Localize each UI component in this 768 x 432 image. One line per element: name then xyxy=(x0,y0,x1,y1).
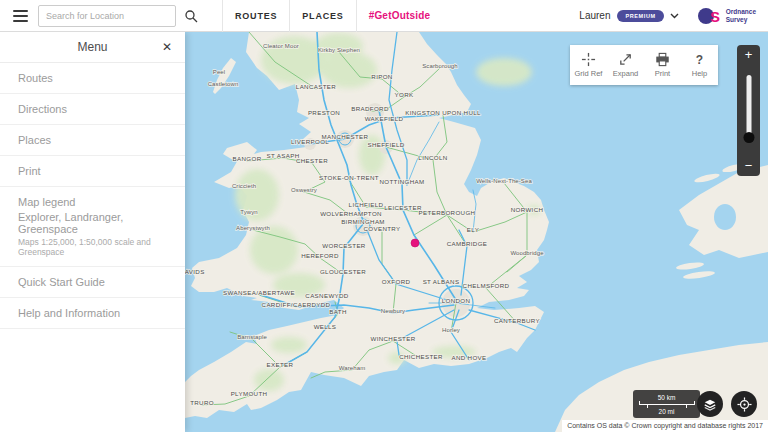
nav-routes[interactable]: ROUTES xyxy=(223,0,289,32)
map-place-label: Peel xyxy=(213,69,225,75)
map-place-label: Criccieth xyxy=(232,183,256,189)
map-place-label: OXFORD xyxy=(382,278,411,285)
premium-badge[interactable]: PREMIUM xyxy=(617,10,663,22)
map-place-label: Tywyn xyxy=(240,209,258,215)
top-bar: ROUTES PLACES #GetOutside Lauren PREMIUM… xyxy=(0,0,768,32)
chevron-down-icon[interactable] xyxy=(670,13,679,19)
map-place-label: WINCHESTER xyxy=(370,335,415,342)
sidebar-item-help-and-information[interactable]: Help and Information xyxy=(0,298,185,329)
ordnance-survey-logo[interactable]: S Ordnance Survey xyxy=(697,6,756,26)
map-place-label: BATH xyxy=(329,308,346,315)
map-place-label: PETERBOROUGH xyxy=(419,209,476,216)
map-place-label: Barnstaple xyxy=(237,334,267,340)
map-place-label: CHELMSFORD xyxy=(463,282,510,289)
locate-button[interactable] xyxy=(731,391,757,417)
map-place-label: KINGSTON UPON HULL xyxy=(405,109,481,116)
map-place-label: YORK xyxy=(395,91,414,98)
map-place-label: LANCASTER xyxy=(296,83,336,90)
map-place-label: LINCOLN xyxy=(418,154,447,161)
search-icon[interactable] xyxy=(182,7,200,25)
expand-icon xyxy=(618,52,633,67)
map-place-label: TRURO xyxy=(190,399,214,406)
map-place-label: Scarborough xyxy=(422,63,457,69)
scale-km-label: 50 km xyxy=(658,394,676,401)
scale-indicator: 50 km 20 mi xyxy=(633,390,700,418)
map-place-label: EXETER xyxy=(267,361,294,368)
sidebar-item-print[interactable]: Print xyxy=(0,156,185,187)
map-place-label: LEICESTER xyxy=(384,204,422,211)
map-place-label: WORCESTER xyxy=(322,242,366,249)
print-icon xyxy=(655,52,670,67)
user-name[interactable]: Lauren xyxy=(579,10,610,21)
close-icon[interactable]: ✕ xyxy=(162,32,172,62)
svg-text:S: S xyxy=(710,7,720,24)
map-place-label: AND HOVE xyxy=(451,354,486,361)
map-place-label: Newbury xyxy=(381,308,405,314)
help-icon: ? xyxy=(696,53,703,67)
sidebar-item-quick-start-guide[interactable]: Quick Start Guide xyxy=(0,267,185,298)
hamburger-menu-icon[interactable] xyxy=(13,7,28,25)
account-area: Lauren PREMIUM S Ordnance Survey xyxy=(579,6,768,26)
map-place-label: RIPON xyxy=(371,73,392,80)
map-place-label: CAMBRIDGE xyxy=(447,240,488,247)
map-place-label: CHICHESTER xyxy=(399,353,443,360)
locate-icon xyxy=(737,397,752,412)
location-marker[interactable] xyxy=(411,239,419,247)
zoom-slider-handle[interactable] xyxy=(743,132,754,143)
map-place-label: CANTERBURY xyxy=(494,317,540,324)
map-place-label: BIRMINGHAM xyxy=(341,218,385,225)
map-place-label: Wells-Next-The-Sea xyxy=(476,178,532,184)
map-place-label: PRESTON xyxy=(308,109,340,116)
map-place-label: HEREFORD xyxy=(301,252,339,259)
help-button[interactable]: ? Help xyxy=(681,45,718,85)
map-place-label: Wareham xyxy=(339,365,365,371)
map-place-label: ST DAVIDS xyxy=(185,268,205,275)
print-button[interactable]: Print xyxy=(644,45,681,85)
map-place-label: Oswestry xyxy=(291,187,317,193)
map-canvas[interactable]: Cleator MoorKirkby StephenScarboroughPee… xyxy=(185,32,768,432)
map-place-label: SWANSEA/ABERTAWE xyxy=(223,289,295,296)
map-attribution: Contains OS data © Crown copyright and d… xyxy=(562,420,768,432)
layers-button[interactable] xyxy=(697,391,723,417)
zoom-slider[interactable]: + − xyxy=(737,45,760,176)
zoom-in-button[interactable]: + xyxy=(737,47,760,62)
map-place-label: COVENTRY xyxy=(363,225,400,232)
map-place-label: LICHFIELD xyxy=(349,201,384,208)
map-place-label: LONDON xyxy=(442,297,471,304)
sidebar-menu: Menu ✕ Routes Directions Places Print Ma… xyxy=(0,32,185,432)
nav-places[interactable]: PLACES xyxy=(290,0,355,32)
map-place-label: CHESTER xyxy=(296,157,328,164)
sidebar-header: Menu ✕ xyxy=(0,32,185,63)
grid-ref-button[interactable]: Grid Ref xyxy=(570,45,607,85)
map-place-label: PLYMOUTH xyxy=(231,390,268,397)
map-place-label: ELY xyxy=(467,226,479,233)
sidebar-item-places[interactable]: Places xyxy=(0,125,185,156)
menu-title: Menu xyxy=(0,32,185,62)
map-place-label: SHEFFIELD xyxy=(367,141,404,148)
os-maps-app: ROUTES PLACES #GetOutside Lauren PREMIUM… xyxy=(0,0,768,432)
map-image: Cleator MoorKirkby StephenScarboroughPee… xyxy=(185,32,768,432)
map-place-label: LIVERPOOL xyxy=(291,138,329,145)
map-place-label: NOTTINGHAM xyxy=(379,178,424,185)
map-place-label: GLOUCESTER xyxy=(320,268,366,275)
os-logo-mark: S xyxy=(697,6,723,26)
map-place-label: WELLS xyxy=(314,323,337,330)
map-place-label: Kirkby Stephen xyxy=(318,47,360,53)
map-place-label: Cleator Moor xyxy=(263,43,299,49)
zoom-out-button[interactable]: − xyxy=(737,158,760,173)
map-place-label: Horley xyxy=(442,327,460,333)
grid-ref-icon xyxy=(581,52,596,67)
map-place-label: CASNEWYDD xyxy=(305,292,349,299)
sidebar-item-directions[interactable]: Directions xyxy=(0,94,185,125)
sidebar-item-map-legend[interactable]: Map legend Explorer, Landranger, Greensp… xyxy=(0,187,185,267)
search-input[interactable] xyxy=(38,5,176,27)
map-place-label: Woodbridge xyxy=(510,250,544,256)
nav-getoutside[interactable]: #GetOutside xyxy=(357,0,443,32)
map-place-label: WAKEFIELD xyxy=(365,115,404,122)
expand-button[interactable]: Expand xyxy=(607,45,644,85)
map-place-label: ST ALBANS xyxy=(423,278,460,285)
map-place-label: Castletown xyxy=(208,81,239,87)
map-place-label: Aberystwyth xyxy=(236,225,270,231)
sidebar-item-routes[interactable]: Routes xyxy=(0,63,185,94)
map-place-label: ST ASAPH xyxy=(267,152,300,159)
